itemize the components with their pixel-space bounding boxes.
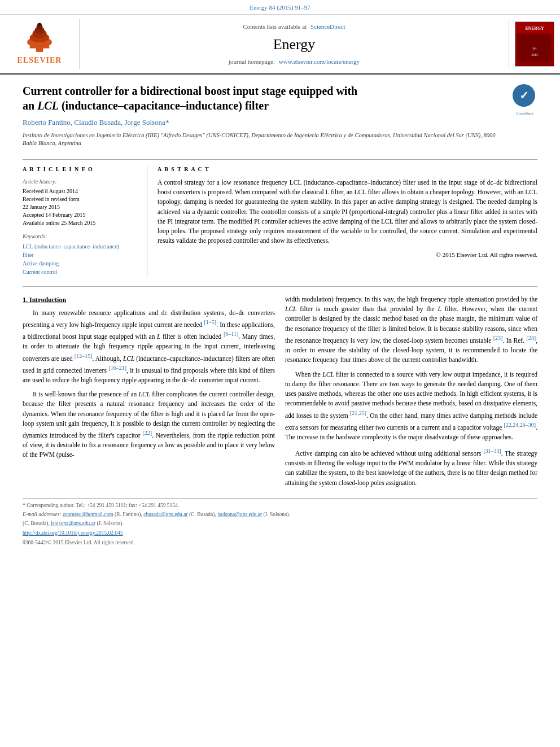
cover-svg: ENERGY 84 2015: [515, 21, 554, 67]
article-info-panel: A R T I C L E I N F O Article history: R…: [23, 165, 135, 276]
high-text: high: [172, 410, 183, 417]
intro-heading: 1. Introduction: [23, 295, 275, 305]
footnote-star: * Corresponding author. Tel.: +54 291 45…: [23, 502, 537, 509]
crossmark-label: CrossMark: [512, 111, 537, 117]
revised-date: 22 January 2015: [23, 203, 135, 211]
crossmark-badge[interactable]: ✓ CrossMark: [512, 84, 537, 109]
title-dash1: –: [118, 99, 124, 112]
email-footnote: E-mail addresses: zoomesc@hotmail.com (R…: [23, 511, 537, 518]
svg-text:✓: ✓: [519, 89, 529, 102]
ref-24[interactable]: [24]: [526, 335, 536, 341]
footnote-star-text: * Corresponding author. Tel.: +54 291 45…: [23, 503, 179, 508]
right-para2: When the LCL filter is connected to a so…: [285, 370, 537, 442]
svg-text:2015: 2015: [531, 54, 538, 57]
title-part1: Current controller for a bidirectional b…: [23, 85, 357, 97]
main-content: Current controller for a bidirectional b…: [0, 75, 560, 558]
keyword-2: filter: [23, 251, 135, 259]
ref-22[interactable]: [22]: [142, 430, 152, 436]
ref-6-11[interactable]: [6–11]: [224, 331, 238, 337]
history-section: Article history: Received 8 August 2014 …: [23, 178, 135, 227]
journal-cover-image: ENERGY 84 2015: [515, 21, 554, 67]
article-info-abstract: A R T I C L E I N F O Article history: R…: [23, 159, 537, 276]
homepage-prefix: journal homepage:: [229, 58, 275, 65]
affiliation: Instituto de Investigaciones en Ingenier…: [23, 132, 501, 148]
ref-16-21[interactable]: [16–21]: [108, 365, 126, 371]
jsolsona-note: (J. Solsona).: [97, 521, 123, 526]
abstract-section: A B S T R A C T A control strategy for a…: [147, 165, 537, 276]
keywords-label: Keywords:: [23, 233, 135, 241]
article-title: Current controller for a bidirectional b…: [23, 84, 501, 113]
abstract-text: A control strategy for a low resonance f…: [158, 178, 537, 246]
title-part3: (inductance: [59, 99, 118, 112]
right-column: width modulation) frequency. In this way…: [285, 295, 537, 492]
journal-title: Energy: [273, 34, 316, 55]
authors: Roberto Fantino, Claudio Busada, Jorge S…: [23, 117, 501, 128]
ref-22-24-26-30[interactable]: [22,24,26–30]: [504, 422, 536, 428]
cbusada-footnote: (C. Busada),: [23, 521, 51, 526]
doi-link[interactable]: http://dx.doi.org/10.1016/j.energy.2015.…: [23, 530, 123, 536]
journal-homepage: journal homepage: www.elsevier.com/locat…: [229, 58, 360, 66]
article-title-block: Current controller for a bidirectional b…: [23, 84, 501, 152]
email1-link[interactable]: zoomesc@hotmail.com: [63, 512, 113, 517]
article-info-heading: A R T I C L E I N F O: [23, 165, 135, 173]
journal-center: Contents lists available at ScienceDirec…: [79, 19, 509, 69]
elsevier-logo-block: ELSEVIER: [0, 19, 79, 69]
journal-cover-block: ENERGY 84 2015: [509, 19, 560, 69]
email3-link[interactable]: jsolsona@uns.edu.ar: [217, 512, 262, 517]
keyword-3: Active damping: [23, 259, 135, 268]
received-date: Received 8 August 2014: [23, 187, 135, 195]
email2-name: (C. Busada),: [189, 512, 216, 517]
intro-para2: It is well-known that the presence of an…: [23, 390, 275, 460]
email2-link[interactable]: cbusada@uns.edu.ar: [143, 512, 187, 517]
title-cap: capacitance: [124, 99, 180, 112]
elsevier-wordmark: ELSEVIER: [18, 55, 62, 66]
history-label: Article history:: [23, 178, 135, 186]
jsolsona-email[interactable]: jsolsona@uns.edu.ar: [51, 521, 95, 526]
contents-available-line: Contents lists available at ScienceDirec…: [243, 23, 345, 31]
right-para3: Active damping can also be achieved with…: [285, 447, 537, 488]
abstract-copyright: © 2015 Elsevier Ltd. All rights reserved…: [158, 251, 537, 259]
title-end: inductance) filter: [186, 99, 269, 112]
svg-point-14: [38, 23, 41, 25]
elsevier-logo: ELSEVIER: [11, 23, 68, 66]
title-part2: an: [23, 99, 37, 112]
ref-23[interactable]: [23]: [493, 335, 503, 341]
keywords-section: Keywords: LCL (inductance–capacitance–in…: [23, 233, 135, 276]
keyword-1: LCL (inductance–capacitance–inductance): [23, 242, 135, 251]
contents-prefix: Contents lists available at: [243, 23, 307, 30]
crossmark-icon: ✓: [512, 84, 536, 107]
keyword-4: Current control: [23, 268, 135, 276]
intro-para1: In many renewable resource applications …: [23, 308, 275, 385]
email1-name: (R. Fantino),: [115, 512, 142, 517]
right-para1: width modulation) frequency. In this way…: [285, 295, 537, 365]
paper-body: 1. Introduction In many renewable resour…: [23, 286, 537, 492]
article-footer: * Corresponding author. Tel.: +54 291 45…: [23, 498, 537, 547]
revised-label: Received in revised form: [23, 195, 135, 203]
ref-1-5[interactable]: [1–5]: [204, 319, 217, 325]
citation-text: Energy 84 (2015) 91–97: [250, 4, 310, 11]
ref-31-33[interactable]: [31–33]: [483, 448, 501, 454]
title-lcl: LCL: [37, 99, 59, 112]
available-date: Available online 25 March 2015: [23, 219, 135, 227]
doi-footnote: http://dx.doi.org/10.1016/j.energy.2015.…: [23, 530, 537, 537]
title-dash2: –: [180, 99, 186, 112]
elsevier-tree-icon: [11, 23, 68, 54]
citation-bar: Energy 84 (2015) 91–97: [0, 0, 560, 15]
left-column: 1. Introduction In many renewable resour…: [23, 295, 275, 492]
journal-url[interactable]: www.elsevier.com/locate/energy: [279, 58, 360, 65]
ref-21-25[interactable]: [21,25]: [350, 410, 366, 416]
sciencedirect-link[interactable]: ScienceDirect: [310, 23, 345, 30]
accepted-date: Accepted 14 February 2015: [23, 211, 135, 219]
copyright-footer: 0360-5442/© 2015 Elsevier Ltd. All right…: [23, 539, 537, 547]
journal-header: ELSEVIER Contents lists available at Sci…: [0, 15, 560, 75]
abstract-heading: A B S T R A C T: [158, 165, 537, 173]
ref-12-15[interactable]: [12–15]: [75, 353, 93, 359]
email3-name: (J. Solsona).: [263, 512, 290, 517]
article-header: Current controller for a bidirectional b…: [23, 84, 537, 152]
svg-text:84: 84: [533, 46, 537, 50]
svg-text:ENERGY: ENERGY: [525, 26, 544, 31]
cbusada-note: (C. Busada), jsolsona@uns.edu.ar (J. Sol…: [23, 520, 537, 527]
email-label: E-mail addresses:: [23, 512, 62, 517]
